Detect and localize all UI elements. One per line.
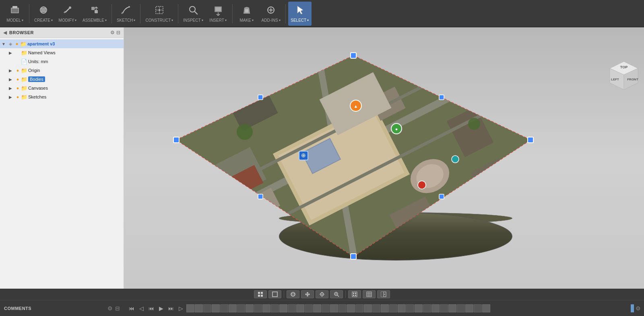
svg-point-74 <box>291 293 295 295</box>
timeline-prev-button[interactable]: ◁ <box>138 304 145 312</box>
toolbar-sep-3 <box>140 4 140 23</box>
select-icon <box>294 4 305 17</box>
zoom-extents-button[interactable] <box>330 290 343 298</box>
timeline-frame-30[interactable] <box>440 304 448 312</box>
svg-rect-81 <box>353 295 354 296</box>
timeline-frame-12[interactable] <box>288 304 296 312</box>
display-settings-button[interactable] <box>348 290 361 298</box>
timeline-frame-29[interactable] <box>431 304 440 312</box>
render-settings-button[interactable]: ▾ <box>377 290 390 298</box>
timeline-frame-34[interactable] <box>474 304 482 312</box>
toolbar-select-label: SELECT ▾ <box>291 18 309 23</box>
toolbar-create-label: CREATE ▾ <box>34 18 53 23</box>
tree-label-canvases: Canvases <box>28 86 48 90</box>
timeline-frame-19[interactable] <box>347 304 355 312</box>
tree-item-root[interactable]: ▼ ◈ ● 📁 apartment v3 <box>0 39 124 48</box>
timeline-frame-8[interactable] <box>254 304 262 312</box>
browser-collapse-icon[interactable]: ◀ <box>3 30 7 35</box>
tree-item-named-views[interactable]: ▶ 📁 Named Views <box>0 48 124 57</box>
inspect-icon <box>188 4 199 17</box>
tree-item-canvases[interactable]: ▶ ● 📁 Canvases <box>0 84 124 92</box>
tree-item-units[interactable]: 📄 Units: mm <box>0 57 124 66</box>
toolbar-model[interactable]: MODEL ▾ <box>3 2 27 26</box>
toolbar-create[interactable]: CREATE ▾ <box>32 2 55 26</box>
timeline-frame-20[interactable] <box>355 304 363 312</box>
tree-folder-origin: 📁 <box>21 68 27 74</box>
viewport[interactable]: ⊕ ▲ ● <box>124 27 644 289</box>
timeline-frame-32[interactable] <box>457 304 465 312</box>
timeline-frame-3[interactable] <box>212 304 220 312</box>
toolbar-construct-label: CONSTRUCT ▾ <box>145 18 173 23</box>
timeline-frame-10[interactable] <box>271 304 279 312</box>
timeline-frame-1[interactable] <box>195 304 203 312</box>
display-mode-button[interactable] <box>268 290 281 298</box>
timeline-frame-7[interactable] <box>246 304 254 312</box>
timeline-frame-4[interactable] <box>220 304 228 312</box>
look-at-button[interactable] <box>316 290 328 298</box>
timeline-frame-21[interactable] <box>364 304 372 312</box>
timeline-frame-23[interactable] <box>381 304 389 312</box>
timeline-step-fwd-button[interactable]: ⏭ <box>167 304 175 312</box>
timeline-frame-17[interactable] <box>330 304 338 312</box>
tree-arrow-bodies: ▶ <box>9 77 14 82</box>
timeline-play-button[interactable]: ▶ <box>157 304 165 312</box>
grid-display-button[interactable] <box>254 290 267 298</box>
cylinder-base <box>279 212 512 261</box>
toolbar-sketch[interactable]: SKETCH ▾ <box>114 2 138 26</box>
timeline-frame-15[interactable] <box>313 304 321 312</box>
timeline-frame-5[interactable] <box>229 304 237 312</box>
browser-settings-icon[interactable]: ⚙ <box>110 30 115 35</box>
timeline-frame-18[interactable] <box>339 304 347 312</box>
toolbar-make[interactable]: MAKE ▾ <box>235 2 258 26</box>
svg-text:TOP: TOP <box>620 65 627 69</box>
toolbar-inspect[interactable]: INSPECT ▾ <box>181 2 205 26</box>
toolbar-modify[interactable]: MODIFY ▾ <box>56 2 79 26</box>
timeline-frame-31[interactable] <box>448 304 456 312</box>
timeline-first-button[interactable]: ⏮ <box>127 304 136 312</box>
toolbar-insert[interactable]: INSERT ▾ <box>206 2 230 26</box>
tree-label-root: apartment v3 <box>27 41 55 46</box>
timeline-frame-0[interactable] <box>186 304 194 312</box>
orbit-button[interactable] <box>287 290 299 298</box>
timeline-frame-24[interactable] <box>389 304 397 312</box>
tree-eye-bodies: ● <box>14 77 21 82</box>
timeline-step-back-button[interactable]: ⏮ <box>147 304 156 312</box>
tree-folder-canvases: 📁 <box>21 85 27 91</box>
timeline-settings-icon[interactable]: ⚙ <box>636 305 641 312</box>
browser-resize-icon[interactable]: ⊟ <box>116 30 120 35</box>
tree-item-origin[interactable]: ▶ ● 📁 Origin <box>0 66 124 75</box>
timeline-frame-13[interactable] <box>296 304 304 312</box>
comments-close-icon[interactable]: ⊟ <box>115 305 120 312</box>
timeline-frame-35[interactable] <box>482 304 490 312</box>
timeline-frame-22[interactable] <box>372 304 380 312</box>
toolbar-construct[interactable]: CONSTRUCT ▾ <box>143 2 175 26</box>
timeline-frame-16[interactable] <box>322 304 330 312</box>
svg-text:FRONT: FRONT <box>627 78 638 81</box>
browser-header: ◀ BROWSER ⚙ ⊟ <box>0 27 124 38</box>
timeline-frame-28[interactable] <box>423 304 431 312</box>
comments-settings-icon[interactable]: ⚙ <box>107 305 113 312</box>
timeline-frame-25[interactable] <box>398 304 406 312</box>
grid-settings-button[interactable] <box>363 290 376 298</box>
toolbar-sep-6 <box>285 4 286 23</box>
timeline-frame-26[interactable] <box>406 304 414 312</box>
timeline-position-marker[interactable] <box>631 304 634 312</box>
timeline-last-button[interactable]: ▷ <box>177 304 185 312</box>
timeline-frame-27[interactable] <box>415 304 423 312</box>
toolbar-addins[interactable]: ADD-INS ▾ <box>259 2 283 26</box>
timeline-frame-6[interactable] <box>237 304 245 312</box>
pan-button[interactable] <box>301 290 314 298</box>
tree-item-bodies[interactable]: ▶ ● 📁 Bodies <box>0 75 124 84</box>
modify-icon <box>62 4 73 17</box>
timeline-frame-9[interactable] <box>262 304 270 312</box>
toolbar-assemble[interactable]: ASSEMBLE ▾ <box>80 2 109 26</box>
timeline-frame-33[interactable] <box>465 304 473 312</box>
timeline-frame-14[interactable] <box>305 304 313 312</box>
make-icon <box>241 4 252 17</box>
timeline-frame-2[interactable] <box>203 304 211 312</box>
tree-item-sketches[interactable]: ▶ ● 📁 Sketches <box>0 92 124 101</box>
toolbar-select[interactable]: SELECT ▾ <box>288 2 312 26</box>
timeline-frame-11[interactable] <box>279 304 287 312</box>
toolbar-addins-label: ADD-INS ▾ <box>262 18 281 23</box>
nav-cube[interactable]: TOP LEFT FRONT <box>608 60 640 92</box>
